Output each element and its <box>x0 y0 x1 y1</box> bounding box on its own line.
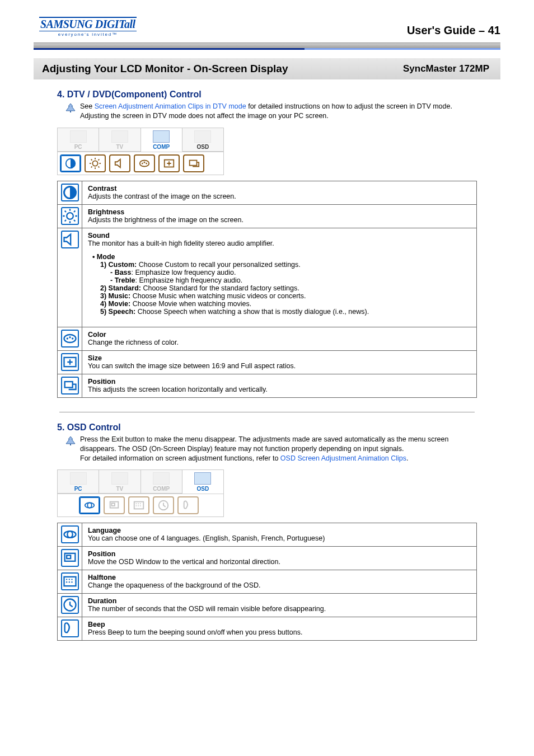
size-icon <box>61 353 79 371</box>
svg-line-26 <box>64 220 65 221</box>
svg-marker-34 <box>66 436 75 444</box>
osd-position-icon <box>61 549 79 567</box>
note-text: Press the Exit button to make the menu d… <box>80 435 477 463</box>
dtv-icon <box>153 472 170 485</box>
row-size: SizeYou can switch the image size betwee… <box>58 350 477 374</box>
tab-tv[interactable]: TV <box>99 470 140 494</box>
title-left: Adjusting Your LCD Monitor - On-Screen D… <box>42 63 288 75</box>
section4-heading: 4. DTV / DVD(Component) Control <box>57 90 477 100</box>
section-osd: 5. OSD Control Press the Exit button to … <box>34 422 500 641</box>
contrast-subicon[interactable] <box>60 154 81 172</box>
color-icon <box>61 330 79 348</box>
svg-point-14 <box>144 162 146 163</box>
svg-point-56 <box>66 581 67 583</box>
brand-logo: SAMSUNG DIGITall everyone's invited™ <box>39 17 137 37</box>
beep-icon <box>61 619 79 637</box>
osd-subicons <box>58 494 223 516</box>
items-table-section4: ContrastAdjusts the contrast of the imag… <box>57 181 477 398</box>
brightness-icon <box>61 207 79 225</box>
brightness-subicon[interactable] <box>85 154 106 172</box>
svg-point-28 <box>64 335 76 342</box>
dtv-icon <box>153 130 170 143</box>
svg-point-44 <box>136 505 137 506</box>
svg-point-41 <box>136 504 137 505</box>
osd-panel-comp: PC TV COMP OSD <box>57 128 224 175</box>
title-bar: Adjusting Your LCD Monitor - On-Screen D… <box>34 58 500 79</box>
guide-label: User's Guide <box>407 24 476 36</box>
svg-point-54 <box>68 579 69 580</box>
sound-subicon[interactable] <box>109 154 130 172</box>
row-halftone: HalftoneChange the opaqueness of the bac… <box>58 570 477 594</box>
size-subicon[interactable] <box>158 154 180 172</box>
duration-subicon[interactable] <box>153 496 174 514</box>
svg-point-55 <box>71 579 72 580</box>
svg-point-37 <box>87 503 91 508</box>
note-link[interactable]: Screen Adjustment Animation Clips in DTV… <box>95 102 246 110</box>
position-subicon[interactable] <box>183 154 204 172</box>
svg-rect-17 <box>190 160 197 165</box>
grid-icon <box>194 130 211 143</box>
tab-tv[interactable]: TV <box>99 128 140 152</box>
svg-point-13 <box>142 162 143 164</box>
row-contrast: ContrastAdjusts the contrast of the imag… <box>58 181 477 204</box>
svg-point-36 <box>85 503 95 508</box>
row-brightness: BrightnessAdjusts the brightness of the … <box>58 204 477 228</box>
svg-point-58 <box>71 581 72 583</box>
svg-line-11 <box>99 159 100 160</box>
svg-point-30 <box>69 336 71 339</box>
halftone-subicon[interactable] <box>128 496 149 514</box>
svg-line-8 <box>91 159 92 160</box>
tab-osd[interactable]: OSD <box>182 128 223 152</box>
svg-line-10 <box>91 166 92 167</box>
tab-pc[interactable]: PC <box>58 128 99 152</box>
section-dtv: 4. DTV / DVD(Component) Control See Scre… <box>34 90 500 398</box>
tab-comp[interactable]: COMP <box>141 470 182 494</box>
grid-icon <box>194 472 211 485</box>
osd-position-subicon[interactable] <box>104 496 125 514</box>
svg-point-53 <box>66 579 67 580</box>
monitor-icon <box>70 472 87 485</box>
row-color: ColorChange the richness of color. <box>58 327 477 350</box>
tab-comp[interactable]: COMP <box>141 128 182 152</box>
svg-point-43 <box>140 504 141 505</box>
svg-line-25 <box>74 220 75 221</box>
note-text: See Screen Adjustment Animation Clips in… <box>80 102 477 121</box>
svg-rect-51 <box>67 556 71 559</box>
monitor-icon <box>70 130 87 143</box>
tv-icon <box>111 472 128 485</box>
duration-icon <box>61 596 79 614</box>
tab-pc[interactable]: PC <box>58 470 99 494</box>
header-hr-blue <box>34 48 500 50</box>
position-icon <box>61 377 79 395</box>
svg-point-19 <box>67 213 73 219</box>
svg-point-49 <box>67 532 72 538</box>
svg-line-9 <box>99 166 100 167</box>
section5-heading: 5. OSD Control <box>57 422 477 433</box>
beep-subicon[interactable] <box>177 496 199 514</box>
svg-point-29 <box>66 337 68 340</box>
svg-point-57 <box>68 581 69 583</box>
note-link-osd[interactable]: OSD Screen Adjustment Animation Clips <box>280 454 406 462</box>
svg-point-45 <box>138 505 139 506</box>
svg-marker-0 <box>66 104 75 111</box>
note-icon <box>65 103 76 121</box>
svg-rect-39 <box>111 504 115 506</box>
tv-icon <box>111 130 128 143</box>
language-subicon[interactable] <box>79 496 100 514</box>
row-sound: Sound The monitor has a built-in high fi… <box>58 228 477 327</box>
color-subicon[interactable] <box>134 154 155 172</box>
svg-point-3 <box>92 161 97 166</box>
osd-subicons <box>58 152 223 175</box>
halftone-icon <box>61 572 79 590</box>
tab-osd[interactable]: OSD <box>182 470 223 494</box>
svg-rect-52 <box>64 577 76 586</box>
svg-rect-40 <box>134 502 144 509</box>
sound-icon <box>61 231 79 248</box>
row-osd-position: PositionMove the OSD Window to the verti… <box>58 547 477 570</box>
title-right: SyncMaster 172MP <box>403 63 492 74</box>
logo-line1: SAMSUNG DIGITall <box>39 17 137 31</box>
page-header: SAMSUNG DIGITall everyone's invited™ Use… <box>0 0 534 40</box>
section-divider <box>59 412 475 412</box>
section4-note: See Screen Adjustment Animation Clips in… <box>57 102 477 121</box>
items-table-section5: LanguageYou can choose one of 4 language… <box>57 523 477 641</box>
